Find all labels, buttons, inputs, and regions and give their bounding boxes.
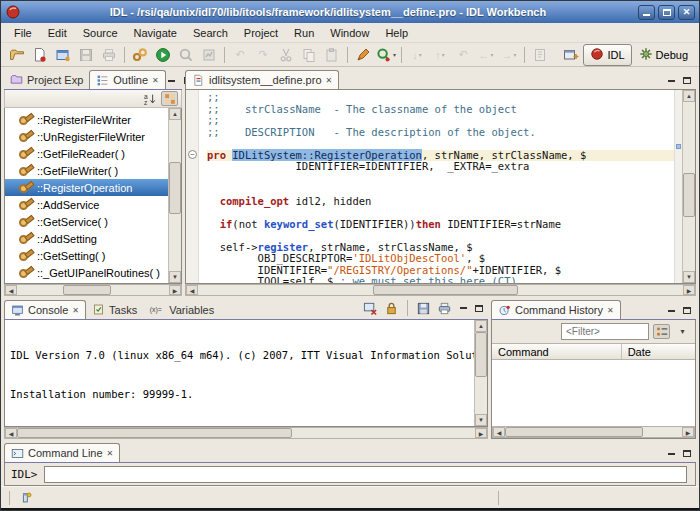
open-perspective-button[interactable] bbox=[560, 45, 582, 65]
debug-perspective-button[interactable]: Debug bbox=[633, 45, 694, 65]
minimize-icon[interactable] bbox=[638, 5, 655, 20]
outline-item[interactable]: ::GetSetting( ) bbox=[5, 247, 168, 264]
compile-button[interactable] bbox=[129, 45, 151, 65]
forward-icon[interactable]: →▾ bbox=[498, 45, 520, 65]
outline-item[interactable]: ::GetFileWriter( ) bbox=[5, 162, 168, 179]
tab-console[interactable]: Console ✕ bbox=[4, 300, 86, 319]
maximize-panel-icon[interactable] bbox=[473, 303, 485, 314]
prev-annotation-icon[interactable]: ↑▾ bbox=[429, 45, 451, 65]
new-project-button[interactable] bbox=[52, 45, 74, 65]
new-pro-file-button[interactable] bbox=[29, 45, 51, 65]
outline-item[interactable]: ::GetFileReader( ) bbox=[5, 145, 168, 162]
close-icon[interactable]: ✕ bbox=[326, 76, 333, 85]
idl-perspective-button[interactable]: IDL bbox=[583, 44, 631, 66]
pin-history-icon[interactable] bbox=[653, 324, 670, 339]
fold-collapse-icon[interactable]: − bbox=[188, 150, 197, 159]
editor-horizontal-scrollbar[interactable]: ◀ ▶ bbox=[185, 284, 696, 296]
column-header-command[interactable]: Command bbox=[492, 344, 622, 359]
editor-gutter[interactable]: − bbox=[186, 90, 199, 283]
code-line: compile_opt idl2, hidden bbox=[207, 196, 674, 208]
back-icon[interactable]: ←▾ bbox=[475, 45, 497, 65]
redo-icon[interactable]: ↷ bbox=[252, 45, 274, 65]
outline-item[interactable]: ::_GetUIPanelRoutines( ) bbox=[5, 264, 168, 281]
tab-command-history[interactable]: Command History ✕ bbox=[491, 300, 621, 319]
profile-button[interactable] bbox=[198, 45, 220, 65]
view-menu-icon[interactable]: ▾ bbox=[674, 324, 691, 339]
menu-search[interactable]: Search bbox=[185, 25, 236, 41]
console-output[interactable]: IDL Version 7.0 (linux x86_64 m64). (c) … bbox=[5, 320, 474, 426]
tab-variables[interactable]: (x)= Variables bbox=[143, 300, 220, 319]
print-button[interactable] bbox=[98, 45, 120, 65]
outline-horizontal-scrollbar[interactable]: ◀ ▶ bbox=[4, 284, 182, 296]
status-separator bbox=[498, 491, 499, 505]
minimize-panel-icon[interactable] bbox=[665, 305, 677, 316]
help-contents-icon[interactable] bbox=[529, 45, 551, 65]
close-icon[interactable]: ✕ bbox=[107, 449, 114, 458]
sort-alphabetically-icon[interactable]: az bbox=[141, 91, 158, 106]
cut-icon[interactable] bbox=[275, 45, 297, 65]
run-button[interactable] bbox=[152, 45, 174, 65]
stop-button[interactable] bbox=[175, 45, 197, 65]
filter-members-icon[interactable] bbox=[161, 91, 178, 106]
close-icon[interactable]: ✕ bbox=[607, 306, 614, 315]
console-vertical-scrollbar[interactable]: ▲ ▼ bbox=[474, 320, 487, 426]
maximize-panel-icon[interactable] bbox=[681, 305, 693, 316]
scroll-lock-icon[interactable] bbox=[383, 300, 400, 316]
paste-icon[interactable] bbox=[321, 45, 343, 65]
editor-vertical-scrollbar[interactable]: ▲ ▼ bbox=[682, 90, 695, 283]
tab-outline[interactable]: Outline ✕ bbox=[89, 70, 166, 89]
save-button[interactable] bbox=[75, 45, 97, 65]
minimize-panel-icon[interactable] bbox=[665, 448, 677, 459]
maximize-icon[interactable] bbox=[658, 5, 675, 20]
outline-item[interactable]: ::AddService bbox=[5, 196, 168, 213]
menu-source[interactable]: Source bbox=[75, 25, 126, 41]
outline-item[interactable]: ::GetService( ) bbox=[5, 213, 168, 230]
minimize-panel-icon[interactable] bbox=[457, 303, 469, 314]
menu-help[interactable]: Help bbox=[377, 25, 416, 41]
minimize-panel-icon[interactable] bbox=[166, 75, 178, 86]
menu-window[interactable]: Window bbox=[322, 25, 377, 41]
menu-run[interactable]: Run bbox=[286, 25, 322, 41]
maximize-editor-icon[interactable] bbox=[681, 75, 693, 86]
last-edit-location-icon[interactable]: ↶ bbox=[452, 45, 474, 65]
overview-ruler[interactable] bbox=[674, 90, 682, 283]
undo-icon[interactable]: ↶ bbox=[229, 45, 251, 65]
close-icon[interactable]: ✕ bbox=[152, 76, 159, 85]
command-line-input[interactable] bbox=[44, 466, 688, 483]
tab-project-explorer[interactable]: Project Exp bbox=[4, 70, 89, 89]
column-header-date[interactable]: Date bbox=[622, 344, 695, 359]
window-title: IDL - /rsi/qa/unix/idl70/lib/itools/fram… bbox=[21, 6, 635, 18]
code-editor[interactable]: ;;;; strClassName - The classname of the… bbox=[199, 90, 674, 283]
history-grid-body[interactable] bbox=[492, 360, 695, 426]
next-annotation-icon[interactable]: ↓▾ bbox=[406, 45, 428, 65]
tab-tasks[interactable]: Tasks bbox=[86, 300, 143, 319]
menu-project[interactable]: Project bbox=[236, 25, 286, 41]
tab-editor-file[interactable]: idlitsystem__define.pro ✕ bbox=[185, 70, 339, 89]
reset-session-button[interactable] bbox=[352, 45, 374, 65]
menu-edit[interactable]: Edit bbox=[40, 25, 75, 41]
selection-marker[interactable] bbox=[676, 144, 681, 149]
close-icon[interactable]: ✕ bbox=[72, 306, 79, 315]
tab-command-line[interactable]: Command Line ✕ bbox=[4, 443, 120, 462]
maximize-panel-icon[interactable] bbox=[681, 448, 693, 459]
outline-item[interactable]: ::UnRegisterFileWriter bbox=[5, 128, 168, 145]
clear-console-icon[interactable] bbox=[362, 300, 379, 316]
open-file-button[interactable] bbox=[6, 45, 28, 65]
history-filter-input[interactable] bbox=[561, 323, 649, 340]
minimize-editor-icon[interactable] bbox=[665, 75, 677, 86]
outline-item[interactable]: ::RegisterFileWriter bbox=[5, 111, 168, 128]
save-output-icon[interactable] bbox=[415, 300, 432, 316]
outline-item[interactable]: ::AddSetting bbox=[5, 230, 168, 247]
menu-file[interactable]: File bbox=[6, 25, 40, 41]
console-horizontal-scrollbar[interactable]: ◀ ▶ bbox=[4, 427, 488, 439]
outline-item[interactable]: ::RegisterOperation bbox=[5, 179, 168, 196]
outline-vertical-scrollbar[interactable]: ▲ ▼ bbox=[168, 108, 181, 283]
fast-view-pin-icon[interactable] bbox=[17, 490, 34, 506]
copy-icon[interactable] bbox=[298, 45, 320, 65]
menu-navigate[interactable]: Navigate bbox=[126, 25, 185, 41]
history-horizontal-scrollbar[interactable]: ◀ ▶ bbox=[492, 426, 695, 438]
print-console-icon[interactable] bbox=[436, 300, 453, 316]
titlebar[interactable]: IDL - /rsi/qa/unix/idl70/lib/itools/fram… bbox=[1, 1, 699, 23]
close-icon[interactable]: ✕ bbox=[678, 5, 695, 20]
search-dropdown-button[interactable]: ▾ bbox=[375, 45, 397, 65]
